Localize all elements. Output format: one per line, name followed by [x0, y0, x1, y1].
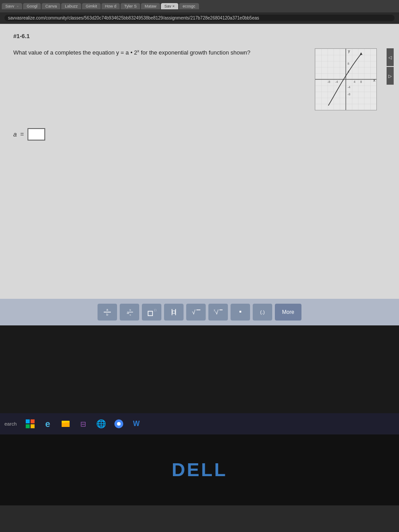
- taskbar-chrome-icon[interactable]: [111, 416, 127, 432]
- absolute-value-button[interactable]: [164, 304, 184, 321]
- more-button[interactable]: More: [275, 304, 301, 321]
- svg-text:8: 8: [360, 80, 362, 83]
- search-label: earch: [4, 421, 17, 426]
- question-text: What value of a completes the equation y…: [13, 48, 306, 57]
- svg-text:x: x: [373, 78, 376, 82]
- fraction-button[interactable]: a b: [98, 304, 117, 321]
- sqrt-button[interactable]: √: [186, 304, 206, 321]
- tab-googl[interactable]: Googl: [23, 3, 41, 9]
- svg-text:□: □: [154, 309, 156, 312]
- answer-equals: =: [20, 131, 24, 138]
- exponent-icon: □: [146, 307, 157, 317]
- bottom-bezel: [0, 505, 399, 532]
- taskbar-search: earch: [4, 421, 17, 426]
- dell-logo: DELL: [172, 459, 227, 481]
- sqrt-icon: √: [191, 307, 201, 317]
- browser-tab-bar: Savv × Googl Canva Labuzz Gimkit How d T…: [0, 0, 399, 12]
- svg-text:c: c: [130, 313, 131, 316]
- graph-side-buttons: ◁ ▷: [387, 48, 394, 85]
- svg-text:4: 4: [354, 80, 356, 83]
- svg-text:(.): (.): [260, 309, 265, 315]
- svg-rect-39: [62, 422, 70, 427]
- parentheses-icon: (.): [257, 307, 268, 317]
- graph-svg: y x 8 4 -4 -8 -8 -4 4 8: [315, 49, 376, 110]
- taskbar-word-icon[interactable]: W: [129, 416, 145, 432]
- taskbar-explorer-icon[interactable]: [58, 416, 74, 432]
- fraction-icon: a b: [102, 307, 113, 317]
- svg-text:√: √: [215, 309, 219, 316]
- svg-text:-4: -4: [348, 86, 350, 89]
- svg-text:y: y: [348, 49, 350, 53]
- parentheses-button[interactable]: (.): [253, 304, 272, 321]
- decimal-button[interactable]: ▪: [231, 304, 250, 321]
- tab-ecosgc[interactable]: ecosgc: [179, 3, 199, 9]
- cube-root-icon: 3 √: [213, 307, 223, 317]
- exponent-button[interactable]: □: [142, 304, 161, 321]
- svg-text:-4: -4: [335, 80, 338, 83]
- more-label: More: [282, 309, 294, 315]
- taskbar-windows-icon[interactable]: [22, 416, 38, 432]
- svg-text:b: b: [129, 309, 131, 311]
- taskbar-edge-icon[interactable]: e: [40, 416, 56, 432]
- svg-rect-35: [31, 419, 35, 423]
- tab-gimkit[interactable]: Gimkit: [82, 3, 101, 9]
- tab-tylers[interactable]: Tyler S: [121, 3, 140, 9]
- mixed-fraction-icon: a b c: [124, 307, 135, 317]
- svg-rect-26: [172, 311, 175, 313]
- svg-rect-22: [148, 311, 153, 316]
- tabs-container: Savv × Googl Canva Labuzz Gimkit How d T…: [2, 3, 397, 9]
- math-toolbar: a b a b c □: [0, 299, 399, 325]
- tab-mataw[interactable]: Mataw: [141, 3, 160, 9]
- graph-btn-2[interactable]: ▷: [387, 67, 394, 85]
- tab-sav-active[interactable]: Sav ×: [161, 3, 178, 9]
- tab-canva[interactable]: Canva: [42, 3, 60, 9]
- taskbar-store-icon[interactable]: ⊟: [75, 416, 91, 432]
- svg-text:-8: -8: [328, 80, 330, 83]
- svg-text:8: 8: [348, 62, 349, 65]
- answer-area: a =: [13, 128, 386, 141]
- svg-rect-40: [62, 421, 65, 423]
- address-bar: savvasrealize.com/community/classes/563d…: [0, 12, 399, 24]
- exponent: x: [137, 49, 140, 53]
- graph-btn-1[interactable]: ◁: [387, 48, 394, 66]
- svg-text:-8: -8: [348, 93, 350, 96]
- svg-text:a: a: [127, 310, 129, 315]
- graph-grid: y x 8 4 -4 -8 -8 -4 4 8: [315, 48, 377, 110]
- svg-rect-36: [26, 424, 30, 428]
- svg-point-42: [117, 422, 121, 426]
- decimal-icon: ▪: [235, 307, 246, 317]
- question-body: What value of a completes the equation y…: [13, 49, 250, 56]
- question-area: What value of a completes the equation y…: [13, 48, 386, 110]
- dell-area: DELL: [0, 434, 399, 505]
- main-content: #1-6.1 What value of a completes the equ…: [0, 24, 399, 325]
- absolute-value-icon: [168, 307, 179, 317]
- svg-text:a: a: [106, 308, 108, 311]
- taskbar: earch e ⊟ 🌐 W: [0, 413, 399, 434]
- tab-howd[interactable]: How d: [102, 3, 120, 9]
- graph-container: y x 8 4 -4 -8 -8 -4 4 8: [315, 48, 386, 110]
- answer-label: a: [13, 131, 17, 138]
- taskbar-globe-icon[interactable]: 🌐: [93, 416, 109, 432]
- svg-text:b: b: [106, 313, 108, 316]
- svg-rect-37: [31, 424, 35, 428]
- svg-rect-34: [26, 419, 30, 423]
- mixed-fraction-button[interactable]: a b c: [120, 304, 139, 321]
- svg-text:▪: ▪: [239, 308, 242, 315]
- url-display[interactable]: savvasrealize.com/community/classes/563d…: [4, 15, 395, 21]
- svg-text:√: √: [192, 309, 196, 316]
- problem-number: #1-6.1: [13, 33, 386, 39]
- cube-root-button[interactable]: 3 √: [208, 304, 228, 321]
- answer-input[interactable]: [27, 128, 45, 141]
- tab-labuzz[interactable]: Labuzz: [61, 3, 81, 9]
- tab-savv[interactable]: Savv ×: [2, 3, 22, 9]
